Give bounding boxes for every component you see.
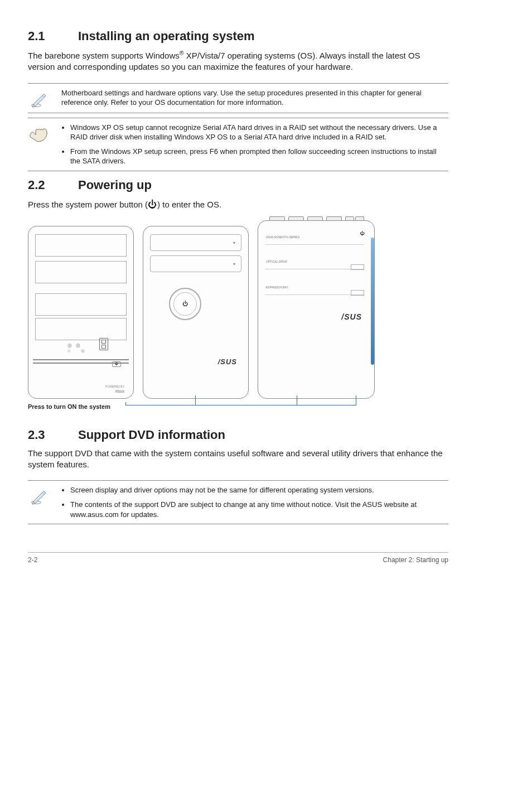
note-text-2: Screen display and driver options may no… bbox=[61, 485, 448, 519]
tower-illustration-1: ◎ ◎○ ⎋ ⏻ POWERED BY /isus bbox=[28, 226, 134, 399]
registered-mark: ® bbox=[180, 50, 184, 56]
caution-item: Windows XP OS setup cannot recognize Ser… bbox=[70, 123, 448, 142]
powered-by-text: POWERED BY bbox=[105, 385, 124, 388]
figure-caption: Press to turn ON the system bbox=[28, 403, 110, 410]
body-paragraph-s1: The barebone system supports Windows® XP… bbox=[28, 49, 448, 73]
section-number: 2.3 bbox=[28, 428, 78, 442]
note-item: Screen display and driver options may no… bbox=[70, 485, 448, 495]
chapter-label: Chapter 2: Starting up bbox=[383, 556, 448, 564]
svg-marker-1 bbox=[33, 94, 46, 106]
tower-illustration-2: ▾ ▾ ⏻ /SUS bbox=[143, 226, 249, 399]
figure-caption-row: Press to turn ON the system bbox=[28, 401, 448, 411]
svg-marker-6 bbox=[33, 491, 46, 504]
tower-figure-row: ◎ ◎○ ⎋ ⏻ POWERED BY /isus ▾ ▾ ⏻ /SUS ⏻ A… bbox=[28, 220, 448, 399]
section-heading-2-1: 2.1Installing an operating system bbox=[28, 29, 448, 44]
body-paragraph-s2: Press the system power button (⏻) to ent… bbox=[28, 198, 448, 210]
note-item: The contents of the support DVD are subj… bbox=[70, 500, 448, 519]
brand-logo-small: /isus bbox=[115, 389, 124, 394]
power-icon: ⏻ bbox=[148, 199, 157, 209]
section-heading-2-3: 2.3Support DVD information bbox=[28, 428, 448, 442]
body-paragraph-s3: The support DVD that came with the syste… bbox=[28, 448, 448, 471]
section-title: Powering up bbox=[78, 178, 152, 192]
note-text: Motherboard settings and hardware option… bbox=[61, 88, 448, 108]
brand-logo: /SUS bbox=[341, 312, 362, 321]
caution-item: From the Windows XP setup screen, press … bbox=[70, 147, 448, 166]
text-fragment: ) to enter the OS. bbox=[157, 200, 221, 209]
text-fragment: Press the system power button ( bbox=[28, 200, 148, 209]
tower-illustration-3: ⏻ ASUS ESSENTIO SERIES OPTICAL DRIVE EXP… bbox=[258, 220, 375, 399]
caution-callout: Windows XP OS setup cannot recognize Ser… bbox=[28, 118, 448, 171]
note-callout-2: Screen display and driver options may no… bbox=[28, 480, 448, 524]
section-title: Installing an operating system bbox=[78, 29, 255, 43]
pencil-icon bbox=[28, 485, 50, 505]
section-title: Support DVD information bbox=[78, 428, 225, 442]
text-fragment: The barebone system supports Windows bbox=[28, 51, 180, 60]
section-heading-2-2: 2.2Powering up bbox=[28, 178, 448, 192]
brand-logo: /SUS bbox=[218, 357, 237, 366]
power-symbol: ⏻ bbox=[360, 231, 364, 236]
caution-text: Windows XP OS setup cannot recognize Ser… bbox=[61, 123, 448, 166]
section-number: 2.1 bbox=[28, 29, 78, 44]
page-number: 2-2 bbox=[28, 556, 37, 564]
hand-icon bbox=[28, 123, 50, 144]
pencil-icon bbox=[28, 88, 50, 108]
note-callout: Motherboard settings and hardware option… bbox=[28, 83, 448, 113]
section-number: 2.2 bbox=[28, 178, 78, 192]
page-footer: 2-2 Chapter 2: Starting up bbox=[28, 552, 448, 564]
